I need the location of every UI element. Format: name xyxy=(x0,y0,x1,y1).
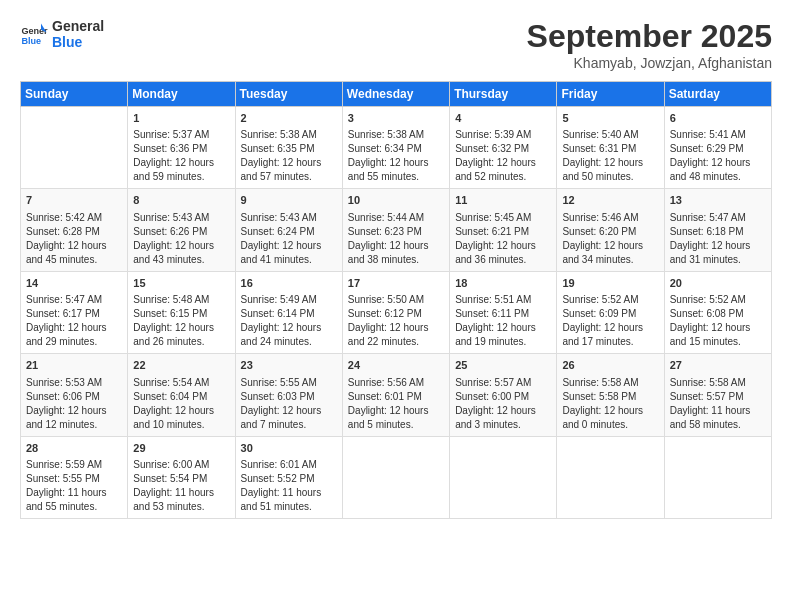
day-cell: 7Sunrise: 5:42 AMSunset: 6:28 PMDaylight… xyxy=(21,189,128,271)
calendar-table: SundayMondayTuesdayWednesdayThursdayFrid… xyxy=(20,81,772,519)
day-cell: 10Sunrise: 5:44 AMSunset: 6:23 PMDayligh… xyxy=(342,189,449,271)
day-number: 30 xyxy=(241,441,337,456)
day-info: and 15 minutes. xyxy=(670,335,766,349)
day-info: Sunset: 6:18 PM xyxy=(670,225,766,239)
day-cell: 25Sunrise: 5:57 AMSunset: 6:00 PMDayligh… xyxy=(450,354,557,436)
day-info: Sunset: 6:09 PM xyxy=(562,307,658,321)
day-info: and 52 minutes. xyxy=(455,170,551,184)
day-info: Daylight: 12 hours xyxy=(26,239,122,253)
location: Khamyab, Jowzjan, Afghanistan xyxy=(527,55,772,71)
day-info: and 3 minutes. xyxy=(455,418,551,432)
day-info: Sunrise: 5:52 AM xyxy=(670,293,766,307)
day-cell: 1Sunrise: 5:37 AMSunset: 6:36 PMDaylight… xyxy=(128,107,235,189)
day-number: 19 xyxy=(562,276,658,291)
day-cell xyxy=(664,436,771,518)
week-row-0: 1Sunrise: 5:37 AMSunset: 6:36 PMDaylight… xyxy=(21,107,772,189)
day-cell: 14Sunrise: 5:47 AMSunset: 6:17 PMDayligh… xyxy=(21,271,128,353)
day-cell: 21Sunrise: 5:53 AMSunset: 6:06 PMDayligh… xyxy=(21,354,128,436)
day-info: Sunset: 6:26 PM xyxy=(133,225,229,239)
day-info: Daylight: 12 hours xyxy=(241,404,337,418)
day-info: and 50 minutes. xyxy=(562,170,658,184)
day-info: and 48 minutes. xyxy=(670,170,766,184)
day-info: Sunset: 6:08 PM xyxy=(670,307,766,321)
col-header-wednesday: Wednesday xyxy=(342,82,449,107)
day-info: Sunset: 5:58 PM xyxy=(562,390,658,404)
day-info: Sunrise: 5:37 AM xyxy=(133,128,229,142)
day-info: Daylight: 12 hours xyxy=(133,321,229,335)
day-info: Sunrise: 5:59 AM xyxy=(26,458,122,472)
day-number: 1 xyxy=(133,111,229,126)
day-info: Sunset: 5:52 PM xyxy=(241,472,337,486)
day-info: Sunset: 6:35 PM xyxy=(241,142,337,156)
day-info: Sunset: 6:04 PM xyxy=(133,390,229,404)
day-info: Daylight: 12 hours xyxy=(133,239,229,253)
day-cell: 17Sunrise: 5:50 AMSunset: 6:12 PMDayligh… xyxy=(342,271,449,353)
day-info: Sunset: 5:57 PM xyxy=(670,390,766,404)
day-info: Sunrise: 5:39 AM xyxy=(455,128,551,142)
day-info: Sunrise: 5:40 AM xyxy=(562,128,658,142)
day-cell xyxy=(342,436,449,518)
day-info: Daylight: 12 hours xyxy=(562,156,658,170)
day-info: Sunset: 6:14 PM xyxy=(241,307,337,321)
day-info: Sunrise: 5:43 AM xyxy=(133,211,229,225)
day-cell xyxy=(557,436,664,518)
day-info: Sunset: 6:21 PM xyxy=(455,225,551,239)
day-info: Sunrise: 5:43 AM xyxy=(241,211,337,225)
day-info: Daylight: 12 hours xyxy=(455,404,551,418)
day-cell: 20Sunrise: 5:52 AMSunset: 6:08 PMDayligh… xyxy=(664,271,771,353)
logo-general: General xyxy=(52,18,104,34)
day-info: and 29 minutes. xyxy=(26,335,122,349)
day-info: Daylight: 12 hours xyxy=(562,404,658,418)
day-number: 27 xyxy=(670,358,766,373)
day-info: Sunset: 5:54 PM xyxy=(133,472,229,486)
header-row: SundayMondayTuesdayWednesdayThursdayFrid… xyxy=(21,82,772,107)
day-info: Sunset: 6:31 PM xyxy=(562,142,658,156)
day-info: and 36 minutes. xyxy=(455,253,551,267)
day-info: Sunset: 6:17 PM xyxy=(26,307,122,321)
day-info: Sunset: 6:12 PM xyxy=(348,307,444,321)
header: General Blue General Blue September 2025… xyxy=(20,18,772,71)
day-info: Sunset: 6:28 PM xyxy=(26,225,122,239)
week-row-2: 14Sunrise: 5:47 AMSunset: 6:17 PMDayligh… xyxy=(21,271,772,353)
day-number: 15 xyxy=(133,276,229,291)
day-info: Sunset: 5:55 PM xyxy=(26,472,122,486)
day-info: and 10 minutes. xyxy=(133,418,229,432)
day-info: Sunrise: 5:55 AM xyxy=(241,376,337,390)
day-cell: 4Sunrise: 5:39 AMSunset: 6:32 PMDaylight… xyxy=(450,107,557,189)
day-info: Sunrise: 5:51 AM xyxy=(455,293,551,307)
day-info: Daylight: 12 hours xyxy=(562,321,658,335)
day-info: Daylight: 11 hours xyxy=(133,486,229,500)
day-info: and 41 minutes. xyxy=(241,253,337,267)
day-cell: 23Sunrise: 5:55 AMSunset: 6:03 PMDayligh… xyxy=(235,354,342,436)
day-number: 22 xyxy=(133,358,229,373)
day-cell xyxy=(21,107,128,189)
day-info: and 55 minutes. xyxy=(26,500,122,514)
day-info: Daylight: 12 hours xyxy=(670,239,766,253)
day-info: Daylight: 11 hours xyxy=(241,486,337,500)
day-number: 3 xyxy=(348,111,444,126)
day-info: Daylight: 12 hours xyxy=(133,156,229,170)
day-info: Sunrise: 5:44 AM xyxy=(348,211,444,225)
day-cell: 3Sunrise: 5:38 AMSunset: 6:34 PMDaylight… xyxy=(342,107,449,189)
logo: General Blue General Blue xyxy=(20,18,104,50)
day-info: Daylight: 12 hours xyxy=(670,156,766,170)
day-info: and 19 minutes. xyxy=(455,335,551,349)
day-info: Sunrise: 5:38 AM xyxy=(241,128,337,142)
day-info: Sunrise: 5:50 AM xyxy=(348,293,444,307)
day-number: 10 xyxy=(348,193,444,208)
col-header-thursday: Thursday xyxy=(450,82,557,107)
day-number: 12 xyxy=(562,193,658,208)
day-cell: 9Sunrise: 5:43 AMSunset: 6:24 PMDaylight… xyxy=(235,189,342,271)
day-info: Daylight: 12 hours xyxy=(670,321,766,335)
svg-text:Blue: Blue xyxy=(21,36,41,46)
day-cell: 24Sunrise: 5:56 AMSunset: 6:01 PMDayligh… xyxy=(342,354,449,436)
day-info: Daylight: 12 hours xyxy=(455,321,551,335)
day-info: Sunrise: 5:47 AM xyxy=(670,211,766,225)
day-info: and 17 minutes. xyxy=(562,335,658,349)
day-cell: 26Sunrise: 5:58 AMSunset: 5:58 PMDayligh… xyxy=(557,354,664,436)
day-info: Sunrise: 6:00 AM xyxy=(133,458,229,472)
day-number: 21 xyxy=(26,358,122,373)
day-cell: 18Sunrise: 5:51 AMSunset: 6:11 PMDayligh… xyxy=(450,271,557,353)
day-number: 28 xyxy=(26,441,122,456)
day-cell: 15Sunrise: 5:48 AMSunset: 6:15 PMDayligh… xyxy=(128,271,235,353)
